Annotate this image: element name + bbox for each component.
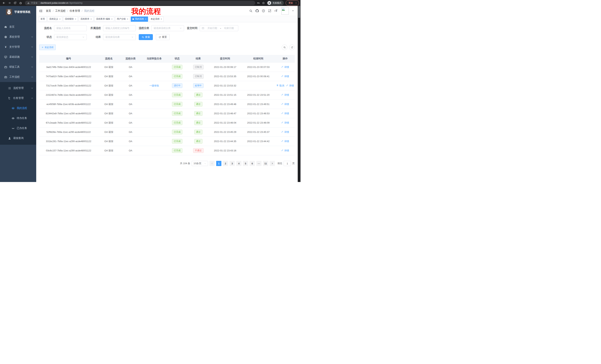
result-select[interactable]: 请选择流结果 bbox=[103, 34, 136, 40]
next-page-button[interactable] bbox=[270, 161, 275, 166]
detail-link[interactable]: 详情 bbox=[281, 112, 289, 115]
status-badge: 已完成 bbox=[172, 148, 182, 153]
breadcrumb-item[interactable]: 首页 bbox=[46, 9, 51, 13]
page-button[interactable]: 2 bbox=[223, 161, 228, 166]
tab-发起流程[interactable]: 发起流程× bbox=[149, 17, 164, 22]
detail-link[interactable]: 详情 bbox=[281, 121, 289, 125]
process-name-input[interactable]: 请输入流程名 bbox=[54, 25, 87, 31]
security-label[interactable]: 不安全 bbox=[31, 1, 38, 5]
sidebar-item-任务管理[interactable]: 任务管理 bbox=[0, 93, 36, 103]
page-button[interactable]: 3 bbox=[230, 161, 235, 166]
avatar[interactable] bbox=[281, 7, 289, 15]
reset-button[interactable]: 重置 bbox=[156, 34, 170, 40]
breadcrumb-item[interactable]: 工作流程 bbox=[55, 9, 66, 13]
breadcrumb-item[interactable]: 任务管理 bbox=[70, 9, 80, 13]
home-icon[interactable] bbox=[18, 0, 23, 5]
sidebar-item-待办任务[interactable]: 待办任务 bbox=[0, 113, 36, 123]
tab-close-icon[interactable]: × bbox=[75, 18, 76, 20]
tab-流程定义[interactable]: 流程定义× bbox=[48, 17, 62, 22]
avatar-caret-icon[interactable] bbox=[292, 10, 294, 12]
tab-close-icon[interactable]: × bbox=[145, 18, 146, 20]
sidebar-item-我的流程[interactable]: 我的流程 bbox=[0, 103, 36, 113]
sidebar-item-研发工具[interactable]: 研发工具 bbox=[0, 62, 36, 72]
page-size-select[interactable]: 10条/页 bbox=[192, 161, 208, 166]
show-search-button[interactable] bbox=[282, 45, 287, 50]
tab-close-icon[interactable]: × bbox=[161, 18, 162, 20]
sidebar-item-label: 任务管理 bbox=[13, 96, 29, 100]
help-icon[interactable]: ? bbox=[262, 9, 265, 12]
chevron-down-icon bbox=[204, 163, 206, 164]
detail-link[interactable]: 详情 bbox=[281, 140, 289, 143]
page-button[interactable]: 11 bbox=[263, 161, 268, 166]
tab-流程表单[interactable]: 流程表单× bbox=[79, 17, 93, 22]
detail-link[interactable]: 详情 bbox=[281, 66, 289, 69]
tab-label: 流程定义 bbox=[49, 18, 58, 21]
tab-我的流程[interactable]: 我的流程× bbox=[131, 17, 148, 22]
tab-用户分组[interactable]: 用户分组× bbox=[115, 17, 130, 22]
date-range-input[interactable]: 开始日期 - 结束日期 bbox=[200, 25, 238, 31]
sidebar-item-基础设施[interactable]: 基础设施 bbox=[0, 52, 36, 62]
tab-流程表单-编辑[interactable]: 流程表单-编辑× bbox=[94, 17, 114, 22]
cell-submit-time: 2022-01-22 23:51:15 bbox=[209, 90, 241, 100]
current-task-link[interactable]: 一级审批 bbox=[149, 84, 159, 87]
detail-link[interactable]: 详情 bbox=[281, 130, 289, 134]
goto-page: 前往 1 页 bbox=[278, 161, 295, 166]
sidebar-toggle-icon[interactable] bbox=[39, 9, 43, 13]
page-button[interactable]: 5 bbox=[243, 161, 248, 166]
prev-page-button[interactable] bbox=[210, 161, 215, 166]
font-size-icon[interactable]: TT bbox=[274, 9, 278, 13]
sidebar-item-首页[interactable]: 首页 bbox=[0, 22, 36, 32]
status-select[interactable]: 请选择状态 bbox=[54, 34, 87, 40]
monitor-icon bbox=[4, 55, 7, 59]
page-ellipsis[interactable]: ··· bbox=[256, 161, 261, 166]
tab-close-icon[interactable]: × bbox=[59, 18, 60, 20]
fullscreen-icon[interactable] bbox=[268, 9, 271, 12]
url-bar[interactable]: 不安全 dashboard.yudao.iocoder.cn/bpm/task/… bbox=[25, 1, 255, 5]
update-label[interactable]: 更新 bbox=[289, 1, 293, 5]
bookmark-star-icon[interactable] bbox=[262, 1, 265, 5]
search-button[interactable]: 搜索 bbox=[139, 34, 153, 40]
sidebar-item-工作流程[interactable]: 工作流程 bbox=[0, 72, 36, 82]
sidebar-item-系统管理[interactable]: 系统管理 bbox=[0, 32, 36, 42]
tab-close-icon[interactable]: × bbox=[127, 18, 128, 20]
detail-link[interactable]: 详情 bbox=[281, 93, 289, 97]
sidebar-item-请假查询[interactable]: 请假查询 bbox=[0, 133, 36, 143]
refresh-icon bbox=[159, 36, 161, 38]
tab-close-icon[interactable]: × bbox=[111, 18, 112, 20]
page-button[interactable]: 6 bbox=[250, 161, 255, 166]
reload-icon[interactable] bbox=[13, 0, 18, 5]
detail-link[interactable]: 详情 bbox=[281, 75, 289, 78]
scrollbar-thumb[interactable] bbox=[298, 6, 300, 18]
sidebar-item-已办任务[interactable]: 已办任务 bbox=[0, 123, 36, 133]
detail-link[interactable]: 详情 bbox=[281, 149, 289, 152]
forward-icon[interactable] bbox=[7, 0, 12, 5]
start-date-placeholder[interactable]: 开始日期 bbox=[205, 27, 220, 30]
search-icon[interactable] bbox=[249, 9, 252, 12]
detail-link[interactable]: 详情 bbox=[281, 103, 289, 106]
github-icon[interactable] bbox=[256, 9, 259, 12]
sidebar-item-流程管理[interactable]: 流程管理 bbox=[0, 83, 36, 93]
detail-link[interactable]: 详情 bbox=[286, 84, 294, 87]
end-date-placeholder[interactable]: 结束日期 bbox=[222, 27, 236, 30]
start-process-button[interactable]: 发起流程 bbox=[39, 45, 56, 50]
tab-首页[interactable]: 首页 bbox=[39, 17, 47, 22]
sidebar-item-支付管理[interactable]: ¥支付管理 bbox=[0, 42, 36, 52]
page-scrollbar[interactable] bbox=[298, 6, 300, 182]
page-button[interactable]: 4 bbox=[236, 161, 241, 166]
key-icon[interactable] bbox=[257, 1, 260, 4]
goto-page-input[interactable]: 1 bbox=[284, 161, 291, 166]
category-select[interactable]: 请选择流程分类 bbox=[151, 25, 184, 31]
url-host[interactable]: dashboard.yudao.iocoder.cn bbox=[40, 2, 69, 4]
cancel-link[interactable]: 取消 bbox=[276, 84, 284, 87]
tab-流程模型[interactable]: 流程模型× bbox=[63, 17, 78, 22]
parent-process-input[interactable]: 请输入流程定义的编号 bbox=[103, 25, 136, 31]
back-icon[interactable] bbox=[1, 0, 6, 5]
update-button[interactable]: 更新 bbox=[286, 0, 299, 6]
browser-menu-icon[interactable] bbox=[295, 2, 297, 4]
action-label: 详情 bbox=[284, 149, 289, 152]
app-logo-row[interactable]: 芋道管理系统 bbox=[0, 6, 36, 18]
url-separator bbox=[39, 2, 39, 4]
refresh-button[interactable] bbox=[289, 45, 295, 50]
page-button[interactable]: 1 bbox=[216, 161, 221, 166]
tab-close-icon[interactable]: × bbox=[90, 18, 92, 20]
